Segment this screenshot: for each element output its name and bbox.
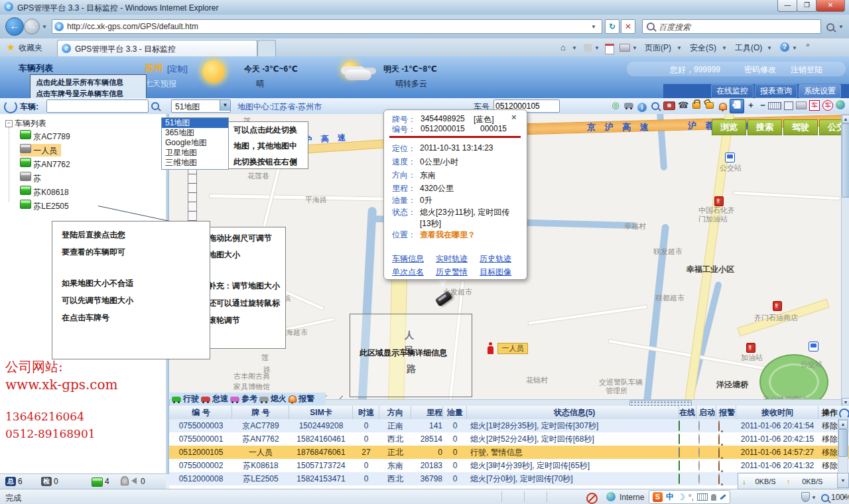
page-vscrollbar[interactable]: ▲ ▼ xyxy=(841,114,849,407)
tree-item-vehicle-6[interactable]: 苏LE2505 xyxy=(20,200,69,212)
map-btn-browse[interactable]: 浏览 xyxy=(712,119,746,135)
nav-online-monitor[interactable]: 在线监控 xyxy=(711,84,753,98)
history-dropdown-icon[interactable]: ▼ xyxy=(42,24,47,30)
header-id[interactable]: 编 号 xyxy=(170,406,232,419)
forward-button[interactable]: → xyxy=(24,19,40,34)
privacy-eye-icon[interactable] xyxy=(586,493,598,504)
rss-icon[interactable] xyxy=(584,44,592,52)
tree-item-vehicle-2-selected[interactable]: 一人员 xyxy=(20,144,61,157)
cell-plate[interactable]: 京AC7789 xyxy=(233,419,289,432)
url-dropdown-icon[interactable]: ▼ xyxy=(591,24,596,30)
tree-item-vehicle-1[interactable]: 京AC7789 xyxy=(20,130,70,143)
refresh-vehicles-icon[interactable] xyxy=(4,100,17,113)
tree-collapse-icon[interactable]: − xyxy=(5,120,13,127)
globe-save-icon[interactable] xyxy=(836,100,845,109)
ime-moon-icon[interactable]: ☽ xyxy=(677,492,685,502)
popup-link-history-track[interactable]: 历史轨迹 xyxy=(480,253,511,265)
map-option-satellite[interactable]: 卫星地图 xyxy=(162,148,228,158)
popup-close-icon[interactable]: × xyxy=(511,112,517,122)
ime-chinese-icon[interactable]: 中 xyxy=(666,491,674,503)
speaker-icon[interactable] xyxy=(131,477,137,484)
print-icon[interactable] xyxy=(620,44,630,52)
header-sim[interactable]: SIM卡 xyxy=(290,406,353,419)
more-toolbar-icon[interactable]: » xyxy=(806,41,810,48)
map-btn-bus[interactable]: 公交 xyxy=(819,119,841,135)
tree-root-label[interactable]: 车辆列表 xyxy=(15,118,46,129)
vehicle-photo-icon[interactable] xyxy=(622,99,635,112)
unlock-icon[interactable] xyxy=(703,98,716,111)
query-search-icon[interactable] xyxy=(649,101,662,114)
header-receive-time[interactable]: 接收时间 xyxy=(737,406,818,419)
favorites-star-icon[interactable]: ★ xyxy=(7,42,15,52)
table-scroll-up-icon[interactable]: ▲ xyxy=(838,420,848,429)
header-mileage[interactable]: 里程 xyxy=(412,406,443,419)
search-box[interactable]: 百度搜索 xyxy=(642,19,821,34)
popup-link-realtime-track[interactable]: 实时轨迹 xyxy=(436,253,468,265)
favorites-label[interactable]: 收藏夹 xyxy=(19,42,42,54)
ime-wrench-icon[interactable] xyxy=(720,494,726,500)
change-password-link[interactable]: 密码修改 xyxy=(744,64,776,76)
vehicle-search-input[interactable] xyxy=(46,99,149,113)
url-text[interactable]: http://cc.xk-gps.com/GPS/default.htm xyxy=(67,22,198,31)
stop-button[interactable]: ✕ xyxy=(621,19,635,34)
weather-forecast-link[interactable]: 七天预报 xyxy=(145,78,176,90)
map-btn-drive[interactable]: 驾驶 xyxy=(783,119,818,135)
vehicle-mode-icon[interactable]: 车 xyxy=(809,100,820,111)
pan-hand-icon[interactable] xyxy=(730,99,744,113)
header-speed[interactable]: 时速 xyxy=(354,406,379,419)
header-ignition[interactable]: 启动 xyxy=(698,406,716,419)
table-row[interactable]: 0755000001 苏AN7762 15824160461 0 西北 2851… xyxy=(169,432,849,446)
popup-location-link[interactable]: 查看我在哪里？ xyxy=(420,229,476,241)
print-dropdown-icon[interactable]: ▼ xyxy=(632,45,637,51)
page-vscrollbar-thumb[interactable] xyxy=(842,123,849,198)
vehicle-name[interactable]: 京AC7789 xyxy=(33,132,70,141)
restore-button[interactable]: ❐ xyxy=(797,0,817,12)
lock-icon[interactable] xyxy=(690,98,703,111)
header-online[interactable]: 在线 xyxy=(679,406,696,419)
zoom-out-icon[interactable]: − xyxy=(756,99,769,112)
mail-icon[interactable] xyxy=(605,44,614,54)
menu-tools[interactable]: 工具(O) xyxy=(735,42,762,54)
map-print-icon[interactable] xyxy=(796,101,807,109)
table-refresh-icon[interactable] xyxy=(839,409,849,419)
table-row[interactable]: 0755000003 京AC7789 1502449208 0 正南 141 0… xyxy=(169,419,849,432)
weather-city[interactable]: 苏州 xyxy=(145,62,163,74)
alarm-icon[interactable] xyxy=(716,101,730,114)
home-icon[interactable]: ⌂ xyxy=(560,42,566,52)
table-vscrollbar-thumb[interactable] xyxy=(838,429,848,457)
browser-tab[interactable]: e GPS管理平台 3.3 - 目标监控 xyxy=(57,40,257,57)
locate-target-icon[interactable]: ◎ xyxy=(609,99,622,112)
map-type-dropdown-icon[interactable]: ▼ xyxy=(220,100,230,111)
help-dropdown-icon[interactable]: ▼ xyxy=(792,45,797,51)
table-row-selected[interactable]: 0512000105 一人员 18768476061 27 正北 0 0 行驶,… xyxy=(169,446,849,459)
vehicle-name[interactable]: 苏 xyxy=(33,174,41,183)
home-dropdown-icon[interactable]: ▼ xyxy=(572,45,577,51)
vehicle-name[interactable]: 一人员 xyxy=(33,146,57,155)
close-button[interactable]: ✕ xyxy=(816,0,845,12)
ime-keyboard-icon[interactable] xyxy=(697,493,708,501)
logout-link[interactable]: 注销登陆 xyxy=(791,64,822,76)
header-status[interactable]: 状态信息(5) xyxy=(468,406,679,419)
camera-icon[interactable] xyxy=(663,101,675,110)
protected-mode-shield-icon[interactable] xyxy=(801,492,810,502)
map-option-3d[interactable]: 三维地图 xyxy=(162,158,228,168)
map-btn-search[interactable]: 搜索 xyxy=(748,119,782,135)
person-marker[interactable] xyxy=(488,346,493,352)
popup-link-vehicle-info[interactable]: 车辆信息 xyxy=(392,253,424,265)
mute-bell-icon[interactable] xyxy=(121,476,129,485)
shield-dropdown-icon[interactable]: ▼ xyxy=(811,495,816,501)
nav-system-settings[interactable]: 系统设置 xyxy=(799,84,841,98)
rss-dropdown-icon[interactable]: ▼ xyxy=(594,45,600,51)
person-marker-label[interactable]: 一人员 xyxy=(497,343,528,354)
popup-link-history-alarm[interactable]: 历史警情 xyxy=(436,267,468,278)
tree-item-vehicle-4[interactable]: 苏 xyxy=(20,172,41,184)
weather-custom-link[interactable]: [定制] xyxy=(167,64,188,75)
map-option-51[interactable]: 51地图 xyxy=(162,118,228,128)
map-option-google[interactable]: Google地图 xyxy=(162,138,228,148)
ime-user-icon[interactable] xyxy=(711,494,716,501)
zoom-in-icon[interactable]: + xyxy=(744,99,757,112)
vehicle-name[interactable]: 苏LE2505 xyxy=(33,202,68,211)
header-operation[interactable]: 操作 xyxy=(819,406,840,419)
cell-plate[interactable]: 一人员 xyxy=(233,446,289,459)
info-icon[interactable]: i xyxy=(635,100,649,113)
